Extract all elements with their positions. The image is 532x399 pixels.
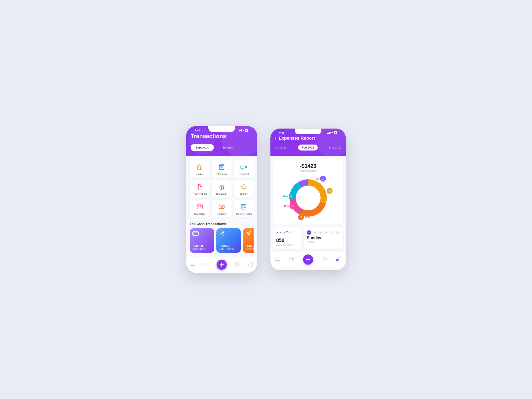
svg-point-31 <box>207 265 207 265</box>
donut-chart: 30% 27% 18% <box>286 176 330 220</box>
sports-label: Sports <box>240 193 247 195</box>
nav-menu-1[interactable] <box>190 262 195 267</box>
category-campaign[interactable]: Campaign <box>212 180 231 197</box>
svg-marker-45 <box>329 190 331 192</box>
phone-expenses-report: 9:41 ▾ ■ ‹ Expenses Report Jan 2018 Feb … <box>270 129 346 270</box>
report-title: Expenses Report <box>279 136 315 141</box>
svg-rect-49 <box>322 178 324 180</box>
svg-rect-59 <box>336 259 337 261</box>
txn-card-transfer[interactable]: -$40.00 Cash Transfer <box>190 228 214 253</box>
category-marketing[interactable]: Marketing <box>190 200 209 217</box>
category-taxes[interactable]: Taxes & Feeds <box>234 200 253 217</box>
tab-row: Expenses Income <box>191 144 253 151</box>
nav-cat-1[interactable] <box>235 262 240 268</box>
txn-label-2: Cash Received <box>219 248 238 250</box>
bottom-nav-1 <box>186 257 257 273</box>
cash-transactions-title: Top Cash Transactions <box>190 222 253 226</box>
transport-label: Transport <box>239 173 249 175</box>
month-jan[interactable]: Jan 2018 <box>275 146 287 149</box>
month-feb[interactable]: Feb 2018 <box>298 145 318 151</box>
day-card: S M T W T F Sunday Holiday <box>304 227 343 249</box>
category-shopping[interactable]: Shopping <box>212 160 231 177</box>
page-title: Transactions <box>191 133 253 140</box>
day-wednesday[interactable]: W <box>324 230 329 235</box>
legend-27: 27% <box>298 214 310 220</box>
marketing-label: Marketing <box>194 213 205 215</box>
txn-amount-1: -$40.00 <box>192 244 211 248</box>
sports-icon <box>240 183 248 191</box>
svg-rect-38 <box>252 262 253 266</box>
svg-rect-53 <box>289 258 294 261</box>
wifi-icon: ▾ <box>243 129 244 132</box>
transaction-list: -$40.00 Cash Transfer +$40.00 Cas <box>190 228 253 253</box>
txn-money-icon <box>246 231 253 237</box>
txn-received-icon <box>219 231 238 237</box>
battery-icon-2: ■ <box>334 131 337 134</box>
nav-chart-1[interactable] <box>248 262 253 267</box>
avg-expenses-card: 850 Avg Expenses <box>273 227 301 249</box>
coupon-label: Coupon <box>217 213 226 215</box>
category-home[interactable]: Home <box>190 160 209 177</box>
category-food[interactable]: Food & Drink <box>190 180 209 197</box>
nav-menu-2[interactable] <box>275 257 280 262</box>
total-amount: -$1420 <box>277 163 340 169</box>
signal-icon <box>239 129 242 132</box>
campaign-icon <box>218 183 226 191</box>
svg-rect-19 <box>193 232 198 236</box>
phone-transactions: 9:41 ▾ ■ Transactions Expenses Income <box>186 126 257 273</box>
nav-wallet-2[interactable] <box>289 257 294 262</box>
svg-point-54 <box>292 259 293 260</box>
svg-rect-37 <box>250 263 251 266</box>
time-display-2: 9:41 <box>279 132 284 134</box>
txn-amount-2: +$40.00 <box>219 244 238 248</box>
nav-chart-2[interactable] <box>336 257 341 262</box>
legend-16: 16% <box>283 194 294 199</box>
avg-label: Avg Expenses <box>276 244 298 246</box>
marketing-icon <box>196 203 204 211</box>
nav-fab-1[interactable] <box>216 260 227 270</box>
category-grid: Home Shopping <box>190 160 253 217</box>
avg-value: 850 <box>276 237 298 243</box>
notch <box>208 126 235 132</box>
day-tuesday[interactable]: T <box>318 230 323 235</box>
nav-wallet-1[interactable] <box>203 262 208 267</box>
transactions-content: Home Shopping <box>186 156 257 257</box>
day-monday[interactable]: M <box>313 230 317 235</box>
home-icon <box>196 163 204 171</box>
stats-row: 850 Avg Expenses S M T W T F Sunday Holi… <box>273 227 343 249</box>
battery-icon: ■ <box>245 129 248 132</box>
taxes-icon <box>240 203 248 211</box>
total-label: Total expenses <box>277 169 340 172</box>
taxes-label: Taxes & Feeds <box>236 213 252 215</box>
txn-card-money[interactable]: -$42.00 Money Transfer <box>243 228 253 253</box>
home-label: Home <box>196 173 203 175</box>
svg-rect-60 <box>338 258 339 261</box>
transport-icon <box>240 163 248 171</box>
day-friday[interactable]: F <box>336 230 340 235</box>
month-mar[interactable]: Mar 2018 <box>329 146 341 149</box>
nav-cat-2[interactable] <box>322 257 327 263</box>
shopping-icon <box>218 163 226 171</box>
notch-2 <box>295 129 321 134</box>
food-icon <box>196 183 204 191</box>
svg-marker-10 <box>241 184 246 189</box>
category-sports[interactable]: Sports <box>234 180 253 197</box>
campaign-label: Campaign <box>216 193 227 195</box>
svg-point-44 <box>296 186 320 210</box>
status-icons-2: ▾ ■ <box>327 131 337 134</box>
category-transport[interactable]: Transport <box>234 160 253 177</box>
svg-rect-46 <box>290 196 292 197</box>
back-button[interactable]: ‹ <box>275 135 276 141</box>
day-thursday[interactable]: T <box>330 230 334 235</box>
category-coupon[interactable]: Coupon <box>212 200 231 217</box>
wifi-icon-2: ▾ <box>331 131 333 134</box>
chart-card: -$1420 Total expenses <box>273 158 343 225</box>
tab-income[interactable]: Income <box>218 144 238 151</box>
month-selector: Jan 2018 Feb 2018 Mar 2018 <box>275 145 341 151</box>
nav-fab-2[interactable] <box>303 254 313 265</box>
tab-expenses[interactable]: Expenses <box>191 144 214 151</box>
time-display: 9:41 <box>195 129 200 132</box>
food-label: Food & Drink <box>193 193 207 195</box>
txn-card-received[interactable]: +$40.00 Cash Received <box>216 228 241 253</box>
day-sunday[interactable]: S <box>307 230 311 235</box>
